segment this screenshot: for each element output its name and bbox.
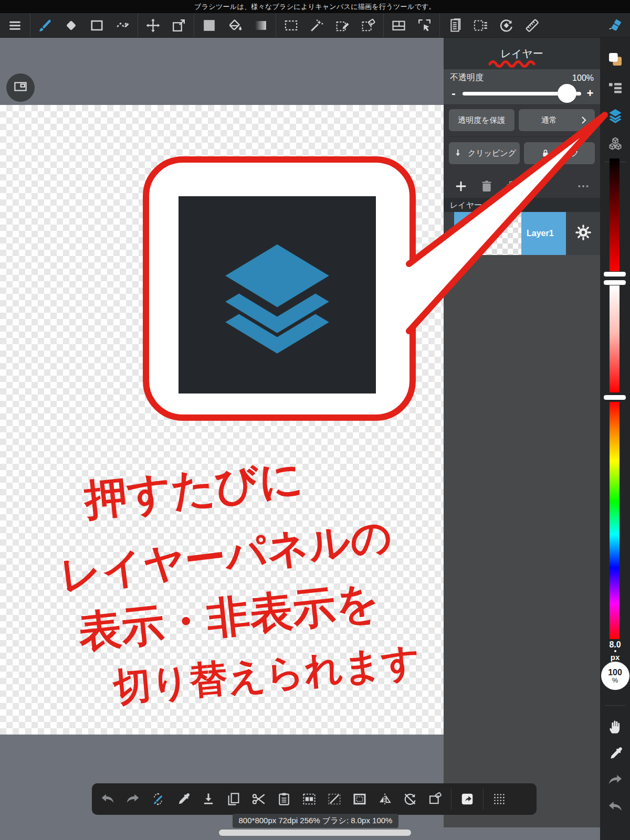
undo-icon[interactable]	[600, 793, 630, 820]
dropper-icon[interactable]	[600, 740, 630, 767]
swatches-icon[interactable]	[600, 45, 630, 73]
toolbar-group	[138, 13, 194, 37]
horizontal-scrollbar[interactable]	[219, 830, 411, 836]
workspace	[0, 38, 444, 840]
duplicate-icon[interactable]	[221, 784, 246, 814]
move-icon[interactable]	[140, 13, 166, 37]
select-list-icon[interactable]	[468, 13, 494, 37]
bottom-toolbar	[92, 783, 537, 815]
bucket-icon[interactable]	[222, 13, 248, 37]
select-move-icon[interactable]	[412, 13, 437, 37]
protect-alpha-button[interactable]: 透明度を保護	[449, 109, 514, 131]
right-tool-rail: 8.0 px 100 %	[600, 38, 630, 840]
pages-icon[interactable]	[442, 13, 468, 37]
undo-icon[interactable]	[95, 784, 120, 814]
layer-row[interactable]: Layer1	[444, 212, 600, 255]
toolbar-group	[30, 13, 138, 37]
toolbar-group	[0, 13, 30, 37]
paste-icon[interactable]	[271, 784, 297, 814]
dup-layer-icon[interactable]	[499, 174, 525, 198]
export-icon[interactable]	[455, 784, 480, 814]
status-text: 800*800px 72dpi 256% ブラシ: 8.0px 100%	[239, 816, 393, 826]
more-icon[interactable]	[570, 174, 596, 198]
toolbar-group	[276, 13, 383, 37]
layer-thumbnail[interactable]	[481, 212, 521, 255]
hue-slider-handle[interactable]	[604, 395, 626, 400]
layer-settings-button[interactable]	[566, 212, 600, 255]
clipping-button[interactable]: クリッピング	[449, 142, 520, 164]
menu-icon[interactable]	[2, 13, 28, 37]
cut-icon[interactable]	[246, 784, 271, 814]
redo-icon[interactable]	[600, 767, 630, 793]
opacity-minus-button[interactable]: -	[450, 87, 457, 100]
cubes-icon[interactable]	[600, 130, 630, 158]
select-pen-icon[interactable]	[330, 13, 355, 37]
rail-divider	[605, 705, 626, 706]
opacity-slider[interactable]	[463, 92, 581, 95]
layer-visibility-toggle[interactable]	[454, 212, 481, 255]
material-icon[interactable]	[602, 13, 628, 37]
drag-handle-icon[interactable]	[487, 784, 512, 814]
window-icon	[13, 79, 28, 97]
toolbar-group	[194, 13, 276, 37]
hand-icon[interactable]	[600, 713, 630, 740]
brush-rotate-icon[interactable]	[145, 784, 171, 814]
zoom-badge[interactable]: 100 %	[601, 662, 629, 690]
panels-icon[interactable]	[600, 73, 630, 102]
toolbar-group	[383, 13, 439, 37]
opacity-section: 不透明度 100% - +	[444, 69, 600, 105]
layers-panel-title: レイヤー	[444, 38, 600, 69]
shape-icon[interactable]	[84, 13, 110, 37]
lock-icon	[540, 147, 551, 159]
polyline-icon[interactable]	[110, 13, 135, 37]
transform-icon[interactable]	[166, 13, 192, 37]
download-icon[interactable]	[196, 784, 221, 814]
hue-slider[interactable]	[610, 402, 620, 639]
brush-size-indicator[interactable]: 8.0 px	[600, 640, 630, 662]
hide-ui-button[interactable]	[6, 73, 35, 102]
magic-wand-icon[interactable]	[304, 13, 330, 37]
clipping-icon	[453, 147, 464, 159]
eraser-icon[interactable]	[58, 13, 84, 37]
grid-icon[interactable]	[297, 784, 322, 814]
frame-icon[interactable]	[347, 784, 372, 814]
layer-name[interactable]: Layer1	[521, 212, 566, 255]
toolbar-separator	[451, 789, 452, 810]
redo-icon[interactable]	[120, 784, 145, 814]
layers-panel: レイヤー 不透明度 100% - + 透明度を保護 通常	[444, 38, 600, 827]
fg-color-icon[interactable]	[196, 13, 222, 37]
opacity-label: 不透明度	[450, 72, 484, 83]
select-eraser-icon[interactable]	[355, 13, 381, 37]
opacity-plus-button[interactable]: +	[586, 87, 594, 100]
plus-icon[interactable]	[448, 174, 474, 198]
trash-icon[interactable]	[474, 174, 499, 198]
clear-icon[interactable]	[423, 784, 448, 814]
dropper-icon[interactable]	[171, 784, 196, 814]
layer-actions-row	[444, 174, 600, 198]
saturation-slider[interactable]	[610, 285, 620, 392]
rotate-reset-icon[interactable]	[397, 784, 423, 814]
opacity-slider-knob[interactable]	[558, 84, 576, 103]
flip-icon[interactable]	[372, 784, 397, 814]
rotate-canvas-icon[interactable]	[494, 13, 519, 37]
value-slider-handle[interactable]	[604, 272, 626, 277]
chevron-right-icon	[578, 114, 590, 126]
brush-icon[interactable]	[33, 13, 58, 37]
layers-icon[interactable]	[600, 102, 630, 130]
ruler-icon[interactable]	[519, 13, 545, 37]
divide-icon[interactable]	[386, 13, 412, 37]
toolbar-right	[600, 13, 630, 37]
gear-icon	[574, 223, 593, 244]
gradient-icon[interactable]	[248, 13, 274, 37]
blend-mode-button[interactable]: 通常	[519, 109, 595, 131]
brush-dot-preview	[614, 650, 616, 652]
value-slider[interactable]	[610, 158, 620, 271]
layers-panel-title-text: レイヤー	[500, 47, 543, 61]
lock-button[interactable]: ロック	[524, 142, 595, 164]
notification-bar: ブラシツールは、様々なブラシによりキャンバスに描画を行うツールです。	[0, 0, 630, 13]
canvas[interactable]	[0, 105, 444, 735]
eye-icon	[459, 224, 477, 243]
line-icon[interactable]	[322, 784, 347, 814]
select-rect-icon[interactable]	[278, 13, 304, 37]
saturation-slider-handle[interactable]	[604, 280, 626, 285]
